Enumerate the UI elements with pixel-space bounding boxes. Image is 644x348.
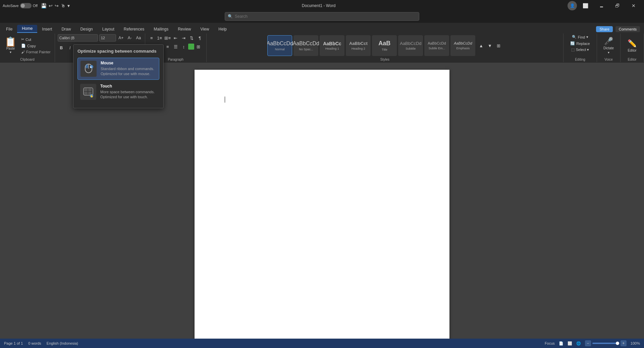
italic-button[interactable]: I [66, 44, 74, 52]
popup-option-touch[interactable]: 👆 Touch More space between commands. Opt… [77, 81, 159, 103]
autosave-toggle[interactable] [20, 3, 32, 8]
style-emphasis[interactable]: AaBbCcDd Emphasis [450, 35, 475, 56]
editing-content: 🔍 Find ▾ 🔄 Replace ⬚ Select ▾ [568, 34, 592, 57]
zoom-in-button[interactable]: + [621, 340, 627, 346]
justify-button[interactable]: ☰ [172, 43, 179, 50]
scissors-icon: ✂ [21, 37, 24, 42]
restore-mode-icon[interactable]: ⬜ [578, 0, 593, 11]
style-subtitle-label: Subtitle [406, 47, 416, 50]
line-spacing-button[interactable]: ↕ [180, 43, 187, 50]
document-page[interactable] [195, 70, 449, 339]
tab-home[interactable]: Home [17, 25, 37, 33]
tab-help[interactable]: Help [214, 25, 231, 33]
tab-references[interactable]: References [119, 25, 149, 33]
page-info: Page 1 of 1 [4, 341, 23, 345]
focus-label[interactable]: Focus [545, 341, 555, 345]
select-button[interactable]: ⬚ Select ▾ [569, 47, 591, 53]
styles-group: AaBbCcDd Normal AaBbCcDd No Spac... AaBb… [207, 34, 564, 62]
cut-label: Cut [25, 38, 31, 42]
zoom-out-button[interactable]: − [585, 340, 591, 346]
decrease-font-button[interactable]: A- [126, 34, 133, 42]
tab-mailings[interactable]: Mailings [149, 25, 173, 33]
tab-file[interactable]: File [1, 25, 17, 33]
tab-insert[interactable]: Insert [37, 25, 57, 33]
comments-button[interactable]: Comments [615, 26, 640, 32]
editor-button[interactable]: ✏️ Editor [625, 38, 639, 54]
bullets-button[interactable]: ≡ [148, 34, 155, 42]
replace-label: Replace [576, 42, 590, 46]
increase-font-button[interactable]: A+ [117, 34, 125, 42]
increase-indent-button[interactable]: ⇥ [180, 34, 187, 42]
word-count: 0 words [28, 341, 41, 345]
mouse-option-title: Mouse [101, 61, 156, 65]
format-painter-button[interactable]: 🖌 Format Painter [20, 49, 52, 55]
style-subtle-label: Subtle Em... [429, 47, 445, 50]
dictate-button[interactable]: 🎤 Dictate ▾ [601, 36, 616, 56]
restore-button[interactable]: 🗗 [610, 0, 625, 11]
style-nospace[interactable]: AaBbCcDd No Spac... [293, 35, 318, 56]
toggle-knob [21, 4, 25, 8]
show-marks-button[interactable]: ¶ [196, 34, 204, 42]
style-emphasis-label: Emphasis [457, 47, 470, 50]
close-button[interactable]: ✕ [626, 0, 641, 11]
style-subtle-preview: AaBbCcDd [428, 41, 446, 46]
editing-label: Editing [575, 57, 585, 61]
clear-format-button[interactable]: Aa [135, 34, 142, 42]
style-heading1[interactable]: AaBbCc Heading 1 [320, 35, 344, 56]
styles-expand[interactable]: ⊞ [495, 42, 502, 49]
tab-view[interactable]: View [196, 25, 214, 33]
align-right-button[interactable]: ≡ [164, 43, 171, 50]
title-bar: AutoSave Off 💾 ↩ ↪ 🖱 ▾ Document1 - Word … [0, 0, 644, 11]
tab-draw[interactable]: Draw [57, 25, 75, 33]
undo-icon[interactable]: ↩ [49, 3, 53, 8]
find-button[interactable]: 🔍 Find ▾ [570, 34, 590, 40]
search-icon: 🔍 [228, 14, 233, 19]
style-title[interactable]: AaB Title [372, 35, 397, 56]
styles-scroll-up[interactable]: ▲ [477, 42, 485, 49]
language[interactable]: English (Indonesia) [47, 341, 78, 345]
search-input[interactable] [235, 14, 416, 19]
minimize-button[interactable]: 🗕 [594, 0, 609, 11]
zoom-level[interactable]: 100% [631, 341, 640, 345]
borders-button[interactable]: ⊞ [195, 43, 202, 50]
svg-rect-8 [84, 92, 88, 95]
select-label: Select ▾ [576, 48, 589, 52]
web-layout-icon[interactable]: 🌐 [576, 341, 581, 346]
profile-button[interactable]: 👤 [568, 1, 577, 10]
shading-button[interactable] [188, 44, 194, 50]
paste-icon: 📋 [5, 37, 16, 47]
dropdown-arrow-icon[interactable]: ▾ [67, 3, 70, 8]
tab-review[interactable]: Review [173, 25, 196, 33]
replace-button[interactable]: 🔄 Replace [568, 41, 592, 46]
paste-button[interactable]: 📋 Paste ▾ [3, 36, 18, 55]
share-button[interactable]: Share [596, 26, 612, 32]
multilevel-button[interactable]: ⊞≡ [164, 34, 171, 42]
read-mode-icon[interactable]: 📄 [559, 341, 564, 346]
paragraph-label: Paragraph [168, 57, 183, 61]
zoom-slider[interactable] [592, 343, 619, 344]
title-bar-right: 👤 ⬜ 🗕 🗗 ✕ [568, 0, 641, 11]
numbering-button[interactable]: 1≡ [156, 34, 163, 42]
style-subtitle[interactable]: AaBbCcDd Subtitle [398, 35, 423, 56]
style-subtle[interactable]: AaBbCcDd Subtle Em... [424, 35, 449, 56]
tab-design[interactable]: Design [75, 25, 97, 33]
tab-layout[interactable]: Layout [98, 25, 119, 33]
save-icon[interactable]: 💾 [41, 3, 47, 8]
touch-option-desc1: More space between commands. [100, 90, 157, 95]
cut-button[interactable]: ✂ Cut [20, 37, 52, 42]
popup-option-mouse[interactable]: ▶ Mouse Standard ribbon and commands. Op… [77, 58, 159, 80]
redo-icon[interactable]: ↪ [55, 3, 59, 8]
decrease-indent-button[interactable]: ⇤ [172, 34, 179, 42]
bold-button[interactable]: B [58, 44, 65, 52]
sort-button[interactable]: ⇅ [188, 34, 196, 42]
font-name-input[interactable] [58, 34, 98, 42]
styles-scroll-down[interactable]: ▼ [486, 42, 493, 49]
select-icon: ⬚ [571, 48, 575, 52]
print-layout-icon[interactable]: ⬜ [568, 341, 572, 346]
style-heading2[interactable]: AaBbCct Heading 2 [346, 35, 371, 56]
customize-icon[interactable]: 🖱 [61, 3, 65, 8]
style-normal[interactable]: AaBbCcDd Normal [267, 35, 292, 56]
zoom-handle[interactable] [616, 342, 619, 345]
copy-button[interactable]: 📄 Copy [20, 43, 52, 49]
font-size-input[interactable] [99, 34, 116, 42]
